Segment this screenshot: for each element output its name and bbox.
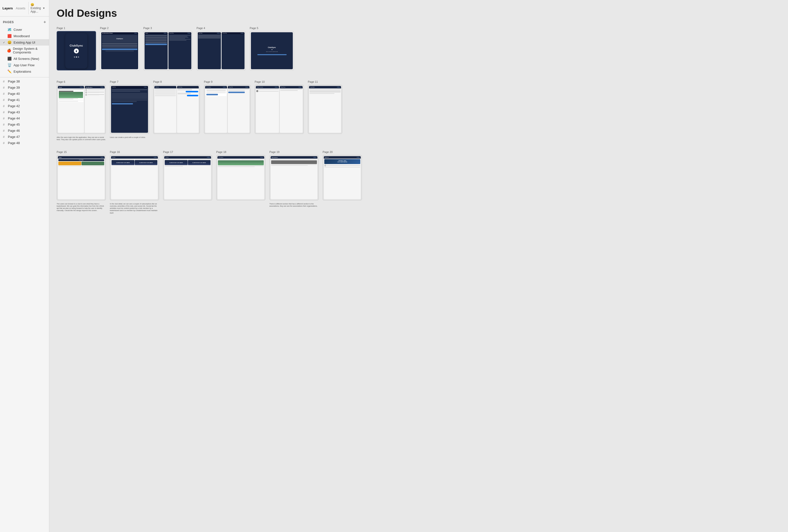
page-label: All Screens (New) [14, 57, 39, 61]
frame-page-18[interactable]: Page 18 2 Post Options ClubSync [216, 151, 265, 214]
existing-app-badge[interactable]: 😀 Existing App... ▾ [28, 2, 46, 14]
frame-label: Page 2 [100, 26, 139, 29]
main-content: Old Designs Page 1 ClubSync [49, 0, 788, 532]
frame-page-9[interactable]: Page 9 2 Post Options ClubSync [204, 80, 251, 141]
frame-label: Page 16 [110, 151, 159, 154]
page-number-label: Page 39 [8, 86, 20, 90]
page-item-app-user-flow[interactable]: 🗑️ App User Flow [0, 62, 49, 68]
frame-page-16[interactable]: Page 16 3 Screens ClubSync CLUB DE GOLF … [110, 151, 159, 214]
frame-label: Page 9 [204, 80, 251, 83]
hash-icon: # [3, 98, 6, 102]
numbered-pages-list: #Page 38 #Page 39 #Page 40 #Page 41 #Pag… [0, 77, 49, 532]
frame-label: Page 18 [216, 151, 265, 154]
page-number-label: Page 41 [8, 98, 20, 102]
hash-icon: # [3, 92, 6, 96]
page-number-label: Page 46 [8, 129, 20, 133]
list-item[interactable]: #Page 45 [0, 121, 49, 127]
frame-label: Page 7 [110, 80, 149, 83]
hash-icon: # [3, 123, 6, 126]
frame-page-19[interactable]: Page 19 Associations ClubSync [270, 151, 319, 214]
page-number-label: Page 45 [8, 123, 20, 126]
page-number-label: Page 48 [8, 141, 20, 145]
page-label: Explorations [14, 70, 31, 73]
page-item[interactable]: 🗺️ Cover [0, 26, 49, 33]
frame-page-2[interactable]: Page 2 User Authentication & Register Cl… [100, 26, 139, 71]
frame-label: Page 15 [57, 151, 106, 154]
pages-section: Pages + 🗺️ Cover 🟥 Moodboard ✓ 😀 Existin… [0, 17, 49, 77]
frame-page-15[interactable]: Page 15 Clubs ClubSync CLUB TRACK [57, 151, 106, 214]
pages-title: Pages [3, 20, 14, 24]
frame-page-3[interactable]: Page 3 Register ClubSync [143, 26, 193, 71]
list-item[interactable]: #Page 39 [0, 84, 49, 91]
page-number-label: Page 44 [8, 117, 20, 120]
sidebar: Layers Assets 😀 Existing App... ▾ Pages … [0, 0, 49, 532]
frame-page-17[interactable]: Page 17 1 Screens ClubSync CLUB DE GOLF … [163, 151, 212, 214]
list-item[interactable]: #Page 44 [0, 115, 49, 121]
list-item[interactable]: #Page 46 [0, 127, 49, 134]
page-item-explorations[interactable]: ✏️ Explorations [0, 68, 49, 75]
page-number-label: Page 40 [8, 92, 20, 96]
frame-page-11[interactable]: Page 11 4 Tag a Match ClubSync [308, 80, 342, 141]
page-item-design-system[interactable]: 🍎 Design System & Components [0, 45, 49, 55]
hash-icon: # [3, 111, 6, 114]
page-item[interactable]: 🟥 Moodboard [0, 33, 49, 39]
frame-page-5[interactable]: Page 5 ClubSync Just a moment, please wa… [250, 26, 294, 71]
page-number-label: Page 47 [8, 135, 20, 139]
page-check: ✓ [3, 41, 5, 44]
page-number-label: Page 43 [8, 110, 20, 114]
frames-row-1: Page 1 ClubSync [57, 26, 781, 71]
list-item[interactable]: #Page 42 [0, 103, 49, 109]
chevron-down-icon: ▾ [43, 6, 44, 10]
page-number-label: Page 42 [8, 104, 20, 108]
hash-icon: # [3, 141, 6, 145]
frame-label: Page 3 [143, 26, 193, 29]
list-item[interactable]: #Page 47 [0, 134, 49, 140]
page-label: Existing App UI [14, 41, 35, 44]
frame-label: Page 5 [250, 26, 294, 29]
list-item[interactable]: #Page 41 [0, 97, 49, 103]
add-page-button[interactable]: + [43, 20, 46, 24]
frame-label: Page 10 [255, 80, 304, 83]
hash-icon: # [3, 117, 6, 120]
frame-page-6[interactable]: Page 6 Social ClubSync [57, 80, 106, 141]
page-item-existing[interactable]: ✓ 😀 Existing App UI [0, 39, 49, 45]
frame-page-10[interactable]: Page 10 4 Tag a Comments ClubSync [255, 80, 304, 141]
list-item[interactable]: #Page 38 [0, 78, 49, 84]
hash-icon: # [3, 86, 6, 90]
assets-tab[interactable]: Assets [16, 6, 25, 11]
hash-icon: # [3, 80, 6, 83]
page-label: App User Flow [14, 63, 35, 67]
page-item-all-screens[interactable]: ⬛ All Screens (New) [0, 55, 49, 62]
hash-icon: # [3, 135, 6, 139]
list-item[interactable]: #Page 40 [0, 91, 49, 97]
frame-page-20[interactable]: Page 20 My Account ClubSync CENTRAL LINK… [322, 151, 362, 214]
frame-page-4[interactable]: Page 4 Logo Tables ClubSync [197, 26, 246, 71]
frames-row-2: Page 6 Social ClubSync [57, 80, 781, 141]
frame-label: Page 6 [57, 80, 106, 83]
frame-page-1[interactable]: Page 1 ClubSync [57, 26, 96, 71]
frame-label: Page 8 [153, 80, 200, 83]
page-title: Old Designs [57, 7, 781, 19]
page-number-label: Page 38 [8, 80, 20, 83]
page-label: Moodboard [14, 34, 30, 38]
frame-label: Page 1 [57, 26, 96, 29]
page-label: Design System & Components [13, 47, 46, 54]
pages-header: Pages + [0, 19, 49, 26]
hash-icon: # [3, 129, 6, 133]
page-label: Cover [14, 28, 22, 32]
list-item[interactable]: #Page 43 [0, 109, 49, 115]
hash-icon: # [3, 104, 6, 108]
frame-label: Page 19 [270, 151, 319, 154]
existing-app-label: 😀 Existing App... [31, 3, 42, 13]
frame-page-8[interactable]: Page 8 2 Members [153, 80, 200, 141]
frame-label: Page 11 [308, 80, 342, 83]
frames-row-3: Page 15 Clubs ClubSync CLUB TRACK [57, 151, 781, 214]
list-item[interactable]: #Page 48 [0, 140, 49, 146]
layers-tab[interactable]: Layers [2, 6, 13, 11]
frame-label: Page 4 [197, 26, 246, 29]
frame-page-7[interactable]: Page 7 1 New Post ClubSync [110, 80, 149, 141]
frame-label: Page 20 [322, 151, 362, 154]
frame-label: Page 17 [163, 151, 212, 154]
sidebar-header: Layers Assets 😀 Existing App... ▾ [0, 0, 49, 17]
